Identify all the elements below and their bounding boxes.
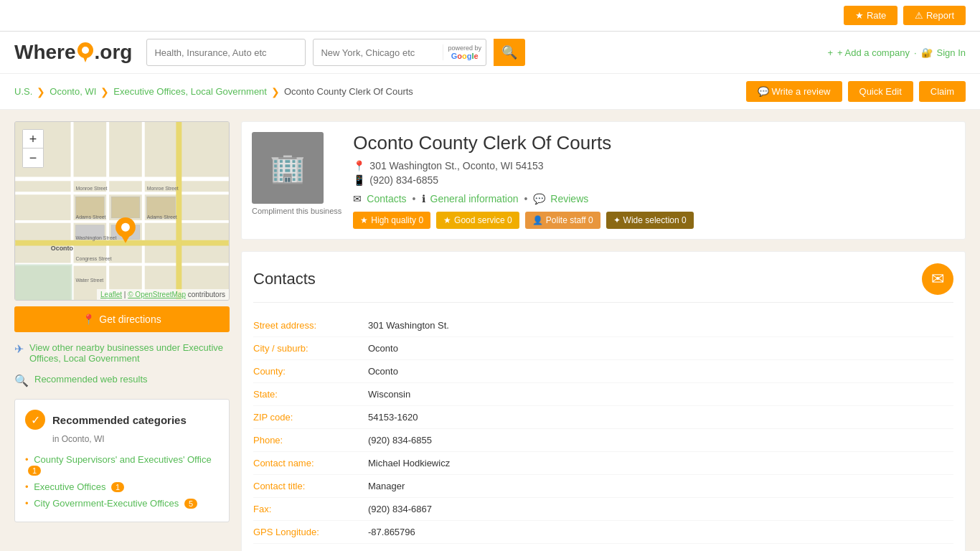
category-link-3[interactable]: City Government-Executive Offices	[34, 498, 179, 509]
building-icon: 🏢	[270, 151, 306, 185]
breadcrumb-us[interactable]: U.S.	[14, 86, 32, 97]
add-company-link[interactable]: + Add a company	[837, 47, 910, 58]
good-service-icon: ★	[443, 215, 451, 225]
svg-marker-2	[83, 55, 88, 62]
list-item: • Executive Offices 1	[25, 479, 219, 495]
leaflet-link[interactable]: Leaflet	[100, 291, 122, 298]
header-links: + + Add a company · 🔐 Sign In	[827, 47, 966, 58]
city-value: Oconto	[368, 337, 953, 360]
street-address-label: Street address:	[253, 314, 368, 337]
logo-org-text: .org	[95, 41, 133, 64]
bullet-icon: •	[25, 498, 29, 509]
compliment-text: Compliment this business	[252, 207, 341, 215]
location-search-box: powered by Google	[313, 39, 486, 66]
category-link-2[interactable]: Executive Offices	[34, 481, 105, 492]
claim-button[interactable]: Claim	[919, 81, 966, 102]
general-info-tab-icon: ℹ	[422, 193, 425, 204]
recommended-web-link[interactable]: Recommended web results	[34, 374, 148, 385]
recommended-categories-title: Recommended categories	[52, 414, 187, 426]
breadcrumb-category[interactable]: Executive Offices, Local Government	[113, 86, 267, 97]
sign-in-icon: 🔐	[921, 47, 933, 58]
directions-pin-icon: 📍	[83, 314, 95, 325]
breadcrumb-city[interactable]: Oconto, WI	[50, 86, 96, 97]
quality-badges: ★ High quality 0 ★ Good service 0 👤 Poli…	[353, 212, 955, 229]
contact-name-label: Contact name:	[253, 452, 368, 475]
report-button[interactable]: ⚠ Report	[903, 6, 966, 25]
business-name: Oconto County Clerk Of Courts	[353, 132, 955, 154]
business-logo-placeholder: 🏢	[252, 132, 324, 204]
county-label: County:	[253, 360, 368, 383]
breadcrumb-sep-1: ❯	[37, 86, 45, 98]
good-service-badge[interactable]: ★ Good service 0	[436, 212, 519, 229]
contacts-tab[interactable]: Contacts	[367, 193, 406, 204]
left-sidebar: Monroe Street Monroe Street Adams Street…	[14, 121, 230, 551]
breadcrumb-actions: 💬 Write a review Quick Edit Claim	[746, 81, 966, 102]
general-info-tab[interactable]: General information	[430, 193, 519, 204]
polite-staff-badge[interactable]: 👤 Polite staff 0	[525, 212, 600, 229]
rate-button[interactable]: ★ Rate	[844, 6, 897, 25]
search-button[interactable]: 🔍	[494, 39, 525, 66]
phone-text: (920) 834-6855	[369, 174, 438, 186]
contact-title-value: Manager	[368, 475, 953, 498]
get-directions-label: Get directions	[99, 314, 161, 325]
bullet-icon: •	[25, 454, 29, 465]
sign-in-link[interactable]: Sign In	[937, 47, 966, 58]
location-search-input[interactable]	[314, 47, 443, 58]
street-address-value: 301 Washington St.	[368, 314, 953, 337]
main-content: Monroe Street Monroe Street Adams Street…	[0, 110, 980, 551]
list-item: • County Supervisors' and Executives' Of…	[25, 451, 219, 479]
high-quality-label: High quality 0	[371, 215, 423, 225]
gps-lon-value: -87.865796	[368, 521, 953, 544]
bullet-icon: •	[25, 481, 29, 492]
breadcrumb: U.S. ❯ Oconto, WI ❯ Executive Offices, L…	[14, 86, 413, 98]
svg-text:Congress Street: Congress Street	[76, 256, 112, 262]
map-container: Monroe Street Monroe Street Adams Street…	[14, 121, 230, 301]
svg-point-1	[82, 47, 89, 54]
breadcrumb-sep-3: ❯	[271, 86, 280, 98]
write-review-button[interactable]: 💬 Write a review	[746, 81, 842, 102]
logo[interactable]: Where .org	[14, 41, 132, 64]
map-zoom-controls: + −	[22, 129, 44, 168]
phone-label: Phone:	[253, 429, 368, 452]
category-list: • County Supervisors' and Executives' Of…	[25, 451, 219, 512]
quick-edit-button[interactable]: Quick Edit	[848, 81, 913, 102]
zoom-out-button[interactable]: −	[23, 149, 43, 167]
recommended-header: ✓ Recommended categories	[25, 410, 219, 430]
powered-by-text: powered by	[448, 44, 481, 52]
city-label: City / suburb:	[253, 337, 368, 360]
high-quality-badge[interactable]: ★ High quality 0	[353, 212, 430, 229]
list-item: • City Government-Executive Offices 5	[25, 495, 219, 512]
wide-selection-label: Wide selection 0	[623, 215, 687, 225]
contacts-envelope-icon: ✉	[922, 263, 953, 295]
address-text: 301 Washington St., Oconto, WI 54153	[369, 160, 543, 171]
category-count-2: 1	[111, 482, 124, 492]
svg-point-22	[121, 223, 130, 232]
polite-staff-icon: 👤	[532, 215, 543, 225]
svg-text:Washington Street: Washington Street	[76, 235, 117, 241]
map-attribution: Leaflet | © OpenStreetMap contributors	[97, 289, 229, 300]
wide-selection-badge[interactable]: ✦ Wide selection 0	[606, 212, 694, 229]
category-link-1[interactable]: County Supervisors' and Executives' Offi…	[34, 454, 212, 465]
gps-lat-value: 44.889511	[368, 544, 953, 551]
view-nearby-link[interactable]: View other nearby businesses under Execu…	[29, 342, 230, 364]
category-count-1: 1	[28, 466, 41, 476]
osm-link[interactable]: © OpenStreetMap	[128, 291, 186, 298]
svg-text:Adams Street: Adams Street	[76, 215, 106, 220]
logo-where-text: Where	[14, 41, 76, 64]
business-logo-area: 🏢 Compliment this business	[252, 132, 341, 215]
get-directions-button[interactable]: 📍 Get directions	[14, 306, 230, 332]
keyword-search-input[interactable]	[147, 47, 305, 58]
contact-name-value: Michael Hodkiewicz	[368, 452, 953, 475]
navigate-icon: ✈	[14, 342, 24, 356]
svg-rect-17	[111, 197, 140, 218]
zoom-in-button[interactable]: +	[23, 130, 43, 149]
svg-text:Monroe Street: Monroe Street	[76, 186, 108, 191]
polite-staff-label: Polite staff 0	[546, 215, 593, 225]
gps-lat-label: GPS Latitude:	[253, 544, 368, 551]
wide-selection-icon: ✦	[613, 215, 621, 225]
phone-value: (920) 834-6855	[368, 429, 953, 452]
reviews-tab[interactable]: Reviews	[550, 193, 588, 204]
add-company-icon: +	[827, 47, 833, 58]
right-content: 🏢 Compliment this business Oconto County…	[241, 121, 966, 551]
business-address: 📍 301 Washington St., Oconto, WI 54153	[353, 160, 955, 171]
